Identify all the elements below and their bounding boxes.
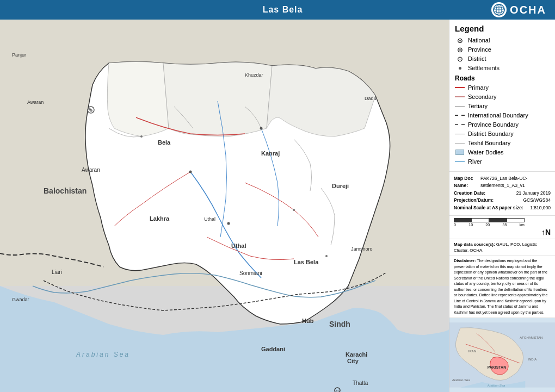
header: Las Bela OCHA [0,0,555,20]
legend-road-tertiary: Tertiary [455,102,550,110]
legend-item-national: ⊛ National [455,36,550,44]
river-label: River [468,158,482,165]
sidebar: Legend ⊛ National ⊕ Province ⊙ District [449,20,555,392]
svg-text:Hub: Hub [302,318,314,324]
map-svg: ⊕ ⊙ Panjur Khuzdar Dadu Awaran Awaran Be… [0,20,449,392]
svg-text:Khuzdar: Khuzdar [245,72,263,78]
north-arrow-icon: ↑N [454,228,551,237]
secondary-road-label: Secondary [468,94,497,100]
svg-text:Kanraj: Kanraj [261,150,280,157]
svg-text:Sonmiani: Sonmiani [239,270,262,276]
legend-item-settlements: Settlements [455,64,550,72]
secondary-road-icon [455,93,465,101]
scale-unit: km [520,223,525,227]
meta-proj-label: Projection/Datum: [454,197,494,204]
legend-panel: Legend ⊛ National ⊕ Province ⊙ District [449,20,555,172]
ocha-logo: OCHA [491,2,546,17]
meta-docname-value: PAK726_Las Bela-UC-settlements_1_A3_v1 [480,175,551,189]
dist-boundary-label: District Boundary [468,130,514,137]
meta-docname-label: Map Doc Name: [454,175,480,189]
prov-boundary-label: Province Boundary [468,121,519,128]
meta-scale-row: Nominal Scale at A3 paper size: 1:810,00… [454,204,551,211]
main-content: ⊕ ⊙ Panjur Khuzdar Dadu Awaran Awaran Be… [0,20,555,392]
primary-road-label: Primary [468,84,489,91]
settlements-label: Settlements [468,65,499,71]
legend-item-district: ⊙ District [455,55,550,63]
water-bodies-label: Water Bodies [468,149,504,155]
scale-val-0: 0 [454,223,456,227]
legend-road-primary: Primary [455,84,550,91]
scale-labels: 0 10 20 35 km [454,223,525,227]
svg-point-12 [325,255,328,257]
primary-road-icon [455,84,465,91]
dist-boundary-icon [455,130,465,138]
svg-text:Arabian Sea: Arabian Sea [452,378,470,382]
teshil-boundary-icon [455,139,465,147]
meta-scale-value: 1:810,000 [530,204,551,211]
svg-text:Uthal: Uthal [204,216,215,222]
meta-docname-row: Map Doc Name: PAK726_Las Bela-UC-settlem… [454,175,551,189]
district-symbol-icon: ⊙ [455,55,465,63]
svg-text:Uthal: Uthal [231,242,246,249]
disclaimer-title: Disclaimer: [454,258,476,263]
svg-point-10 [140,135,143,138]
svg-text:INDIA: INDIA [528,358,536,361]
roads-section-title: Roads [455,74,550,82]
un-emblem-icon [491,2,507,17]
national-symbol-icon: ⊛ [455,36,465,44]
svg-text:Gwadar: Gwadar [12,297,29,302]
svg-text:Liari: Liari [52,269,62,275]
metadata-panel: Map Doc Name: PAK726_Las Bela-UC-settlem… [449,172,555,216]
province-label: Province [468,46,491,53]
legend-water-bodies: Water Bodies [455,148,550,156]
svg-text:Lakhra: Lakhra [150,215,170,222]
svg-text:Thatta: Thatta [353,380,368,386]
legend-item-province: ⊕ Province [455,46,550,53]
legend-dist-boundary: District Boundary [455,130,550,138]
svg-text:PAKISTAN: PAKISTAN [488,365,507,369]
legend-river: River [455,158,550,165]
svg-text:Arabian Sea: Arabian Sea [76,351,130,358]
svg-point-11 [293,209,295,211]
legend-teshil-boundary: Teshil Boundary [455,139,550,147]
inset-map: Arabian Sea IRAN AFGHANISTAN INDIA PAKIS… [449,318,555,392]
svg-text:⊙: ⊙ [336,389,339,392]
svg-text:Awaran: Awaran [27,99,44,105]
svg-text:Dureji: Dureji [332,183,349,189]
datasource-label: Map data source(s): [454,242,495,247]
prov-boundary-icon [455,121,465,128]
intl-boundary-icon [455,111,465,119]
legend-intl-boundary: International Boundary [455,111,550,119]
svg-text:Gaddani: Gaddani [261,346,285,352]
province-symbol-icon: ⊕ [455,46,465,53]
disclaimer-panel: Disclaimer: The designations employed an… [449,256,555,318]
meta-proj-row: Projection/Datum: GCS/WGS84 [454,197,551,204]
river-icon [455,158,465,165]
disclaimer-text: The designations employed and the presen… [454,259,547,314]
svg-text:AFGHANISTAN: AFGHANISTAN [520,336,542,339]
svg-text:Balochistan: Balochistan [44,186,87,195]
svg-text:Las Bela: Las Bela [294,259,319,265]
scale-panel: 0 10 20 35 km ↑N [449,216,555,239]
svg-text:Sindh: Sindh [329,320,350,328]
ocha-label: OCHA [510,4,546,16]
scale-val-3: 35 [502,223,507,227]
svg-point-7 [189,171,192,173]
tertiary-road-label: Tertiary [468,103,488,109]
tertiary-road-icon [455,102,465,110]
meta-date-row: Creation Date: 21 January 2019 [454,190,551,197]
svg-point-8 [227,222,230,225]
header-title: Las Bela [74,5,491,15]
svg-text:Awaran: Awaran [82,167,100,173]
svg-text:Arabian Sea: Arabian Sea [487,384,505,387]
settlement-symbol-icon [455,64,465,72]
legend-prov-boundary: Province Boundary [455,121,550,128]
svg-text:Panjur: Panjur [12,52,26,58]
svg-text:Dadu: Dadu [365,96,377,101]
svg-text:⊕: ⊕ [89,108,93,113]
inset-map-svg: Arabian Sea IRAN AFGHANISTAN INDIA PAKIS… [449,318,555,392]
intl-boundary-label: International Boundary [468,112,528,119]
scale-val-1: 10 [468,223,473,227]
national-label: National [468,37,490,43]
svg-text:City: City [347,358,359,364]
